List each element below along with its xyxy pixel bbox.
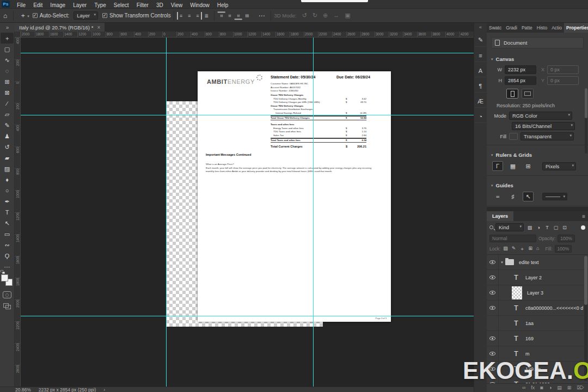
guides-section-header[interactable]: ▾ Guides bbox=[487, 179, 588, 191]
guide-horizontal[interactable] bbox=[21, 115, 474, 115]
layer-mask-icon[interactable]: ◙ bbox=[540, 385, 543, 390]
lock-artboard-icon[interactable]: ⊞ bbox=[528, 246, 533, 253]
align-center-h-icon[interactable]: ≡ bbox=[185, 12, 193, 20]
eraser-tool[interactable]: ▰ bbox=[1, 152, 14, 163]
lock-pixels-icon[interactable]: ✎ bbox=[511, 246, 517, 253]
filter-adjustment-icon[interactable]: ◑ bbox=[534, 224, 543, 231]
guide-vertical[interactable] bbox=[313, 38, 314, 387]
align-top-icon[interactable]: ≡ bbox=[218, 11, 225, 20]
document-tab[interactable]: Italy id.psd @ 20.7% (RGB/16) * × bbox=[15, 23, 105, 32]
portrait-orientation-button[interactable] bbox=[506, 89, 518, 99]
blur-tool[interactable]: ♦ bbox=[1, 174, 14, 185]
link-layers-icon[interactable]: ∞ bbox=[522, 385, 525, 390]
filter-kind-dropdown[interactable]: Kind▾ bbox=[495, 223, 524, 231]
glyphs-panel-icon[interactable]: Æ bbox=[475, 95, 486, 108]
width-field[interactable]: 2232 px bbox=[505, 65, 536, 74]
filter-type-icon[interactable]: T bbox=[543, 224, 552, 231]
fill-field[interactable]: 100% bbox=[555, 245, 572, 253]
move-tool[interactable]: ＋ bbox=[1, 33, 14, 44]
close-tab-icon[interactable]: × bbox=[97, 24, 100, 30]
layers-tab[interactable]: Layers bbox=[487, 211, 513, 221]
landscape-orientation-button[interactable] bbox=[522, 89, 534, 99]
menu-item[interactable]: Type bbox=[90, 2, 110, 8]
layers-menu-icon[interactable]: ≡ bbox=[579, 211, 588, 221]
filter-toggle[interactable] bbox=[581, 225, 585, 230]
bit-depth-dropdown[interactable]: 16 Bits/Channel▾ bbox=[512, 122, 575, 130]
layer-row[interactable]: Layer 3 bbox=[487, 285, 588, 301]
color-swatches[interactable] bbox=[1, 274, 13, 286]
guide-horizontal[interactable] bbox=[21, 316, 474, 316]
align-center-v-icon[interactable]: ≡ bbox=[226, 11, 234, 20]
delete-layer-icon[interactable]: ⌦ bbox=[577, 385, 584, 390]
menu-item[interactable]: Select bbox=[110, 2, 133, 8]
filter-smart-object-icon[interactable]: ⊡ bbox=[560, 224, 569, 231]
height-field[interactable]: 2854 px bbox=[505, 76, 536, 85]
units-dropdown[interactable]: Pixels▾ bbox=[542, 162, 576, 170]
menu-item[interactable]: Edit bbox=[29, 2, 46, 8]
paragraph-panel-icon[interactable]: ¶ bbox=[475, 79, 486, 93]
blend-mode-dropdown[interactable]: Normal bbox=[489, 235, 536, 242]
menu-item[interactable]: File bbox=[13, 2, 29, 8]
menu-item[interactable]: Window bbox=[186, 2, 213, 8]
clone-source-panel-icon[interactable]: ≡ bbox=[475, 49, 486, 62]
canvas-section-header[interactable]: ▾ Canvas bbox=[487, 53, 588, 64]
layer-group-icon[interactable]: ▤ bbox=[557, 385, 562, 390]
type-tool[interactable]: T bbox=[1, 207, 14, 218]
lasso-tool[interactable]: ∿ bbox=[1, 54, 14, 65]
guide-target-icon[interactable]: ↖ bbox=[523, 192, 534, 201]
show-transform-checkbox[interactable]: ✓ bbox=[102, 13, 107, 18]
menu-item[interactable]: Filter bbox=[133, 2, 152, 8]
visibility-toggle[interactable] bbox=[487, 331, 499, 346]
default-colors-icon[interactable] bbox=[1, 270, 5, 274]
filter-shape-icon[interactable]: ▢ bbox=[552, 224, 560, 231]
marquee-tool[interactable]: ▢ bbox=[1, 44, 14, 54]
align-right-icon[interactable]: ≡ bbox=[193, 12, 201, 20]
eyedropper-tool[interactable]: ∕ bbox=[1, 98, 14, 109]
auto-select-checkbox[interactable]: ✓ bbox=[33, 13, 38, 18]
brush-tool[interactable]: ✎ bbox=[1, 120, 14, 131]
dodge-tool[interactable]: ○ bbox=[1, 185, 14, 196]
visibility-toggle[interactable] bbox=[487, 301, 499, 315]
panel-tab[interactable]: Actio bbox=[549, 23, 564, 33]
layer-row[interactable]: T Layer 2 bbox=[487, 270, 588, 285]
layer-effects-icon[interactable]: fx bbox=[531, 385, 535, 390]
align-justify-icon[interactable]: ≣ bbox=[202, 12, 212, 20]
new-layer-icon[interactable]: ⊞ bbox=[567, 385, 572, 390]
canvas-viewport[interactable]: AMBITENERGY Statement Date: 05/30/24 Due… bbox=[21, 38, 474, 387]
clone-stamp-tool[interactable]: ♟ bbox=[1, 131, 14, 142]
layer-row[interactable]: ▾ edite text bbox=[487, 255, 588, 270]
history-brush-tool[interactable]: ↺ bbox=[1, 142, 14, 152]
move-tool-preset-icon[interactable]: ＋ ▾ bbox=[16, 11, 32, 20]
object-selection-tool[interactable]: ◌ bbox=[1, 65, 14, 76]
visibility-toggle[interactable] bbox=[487, 285, 499, 300]
foreground-color-swatch[interactable] bbox=[1, 274, 8, 281]
align-left-icon[interactable]: ≡ bbox=[177, 12, 185, 20]
menu-item[interactable]: Help bbox=[213, 2, 232, 8]
hand-tool[interactable]: ∾ bbox=[1, 240, 14, 250]
crop-tool[interactable]: ⊞ bbox=[1, 76, 14, 87]
ruler-icon[interactable]: Γ bbox=[492, 161, 503, 171]
frame-tool[interactable]: ⊠ bbox=[1, 87, 14, 98]
path-selection-tool[interactable]: ↖ bbox=[1, 218, 14, 229]
guide-style-dropdown[interactable]: ▾ bbox=[542, 193, 567, 200]
menu-item[interactable]: Layer bbox=[69, 2, 90, 8]
filter-image-icon[interactable]: ▨ bbox=[525, 224, 534, 231]
x-field[interactable]: 0 px bbox=[547, 65, 579, 74]
panel-tab-properties[interactable]: Properties bbox=[564, 23, 588, 33]
visibility-toggle[interactable] bbox=[487, 255, 499, 270]
vertical-ruler[interactable]: 4002000200400600800100012001400160018002… bbox=[15, 38, 21, 387]
panel-tab[interactable]: Gradi bbox=[504, 23, 519, 33]
menu-item[interactable]: 3D bbox=[152, 2, 167, 8]
guides-icon[interactable]: ＝ bbox=[492, 192, 503, 201]
panel-tab[interactable]: Swatc bbox=[487, 23, 504, 33]
lock-all-icon[interactable]: ⌂ bbox=[536, 246, 540, 253]
rulers-grids-section-header[interactable]: ▾ Rulers & Grids bbox=[487, 149, 588, 160]
auto-select-target-dropdown[interactable]: Layer▾ bbox=[74, 11, 98, 20]
home-icon[interactable]: ⌂ bbox=[0, 12, 10, 20]
color-mode-dropdown[interactable]: RGB Color▾ bbox=[509, 112, 572, 120]
horizontal-ruler[interactable]: 2000180016001400120010008006004002000200… bbox=[21, 32, 474, 38]
character-panel-icon[interactable]: A bbox=[475, 64, 486, 77]
visibility-toggle[interactable] bbox=[487, 270, 499, 285]
group-chevron-icon[interactable]: ▾ bbox=[499, 260, 505, 265]
opacity-field[interactable]: 100% bbox=[558, 235, 575, 242]
